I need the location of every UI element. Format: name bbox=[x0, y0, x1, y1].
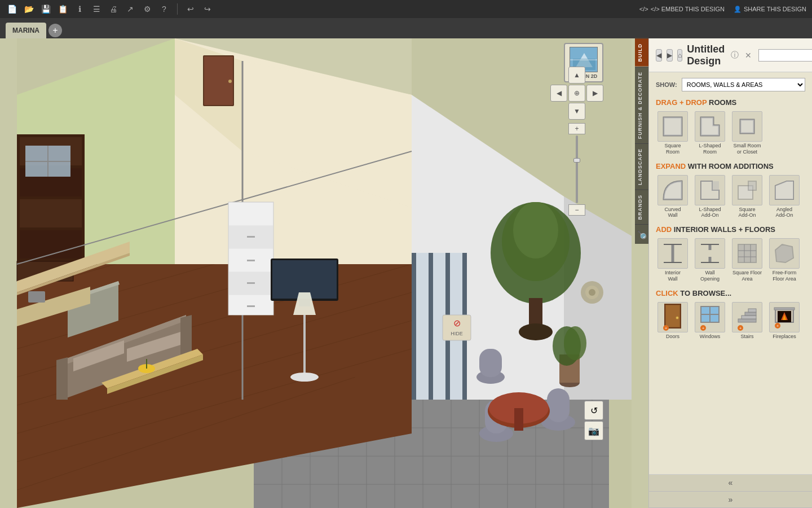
zoom-in-button[interactable]: + bbox=[568, 123, 585, 134]
square-floor-label: Square FloorArea bbox=[732, 270, 762, 282]
navigation-controls: ▲ ◀ ⊕ ▶ ▼ + − bbox=[550, 67, 603, 216]
doors-icon: + bbox=[657, 302, 688, 332]
panel-bottom: « » bbox=[649, 474, 812, 508]
angled-addon-icon bbox=[769, 175, 800, 205]
svg-rect-54 bbox=[247, 260, 255, 261]
info-icon[interactable]: ℹ bbox=[73, 3, 86, 15]
settings-icon[interactable]: ⚙ bbox=[141, 3, 153, 15]
browse-grid: + Doors + bbox=[656, 302, 805, 340]
embed-button[interactable]: </> </> EMBED THIS DESIGN bbox=[639, 6, 725, 12]
l-shaped-room-label: L-ShapedRoom bbox=[699, 143, 721, 155]
list-icon[interactable]: ☰ bbox=[90, 3, 103, 15]
item-l-shaped-room[interactable]: L-ShapedRoom bbox=[693, 111, 727, 155]
item-freeform-floor[interactable]: Free-FormFloor Area bbox=[767, 238, 801, 282]
panel-close-icon[interactable]: ✕ bbox=[743, 50, 754, 61]
svg-rect-98 bbox=[547, 388, 570, 422]
item-windows[interactable]: + Windows bbox=[693, 302, 727, 340]
zoom-out-button[interactable]: − bbox=[568, 204, 585, 216]
svg-point-143 bbox=[677, 317, 678, 318]
new-file-icon[interactable]: 📄 bbox=[6, 3, 18, 15]
nav-right-button[interactable]: ▶ bbox=[586, 85, 603, 102]
svg-rect-161 bbox=[774, 308, 795, 310]
vtab-search[interactable]: 🔍 bbox=[635, 224, 648, 244]
item-square-addon[interactable]: SquareAdd-On bbox=[730, 175, 764, 219]
tab-label: MARINA bbox=[12, 27, 39, 34]
square-floor-icon bbox=[732, 238, 762, 269]
svg-rect-151 bbox=[738, 319, 756, 322]
svg-marker-122 bbox=[712, 181, 719, 190]
print-icon[interactable]: 🖨 bbox=[107, 3, 120, 15]
square-room-label: SquareRoom bbox=[664, 143, 681, 155]
interior-title: ADD INTERIOR WALLS + FLOORS bbox=[656, 225, 805, 234]
item-stairs[interactable]: + Stairs bbox=[730, 302, 764, 340]
panel-search-input[interactable] bbox=[758, 49, 812, 62]
svg-text:⊘: ⊘ bbox=[453, 318, 461, 328]
item-small-room[interactable]: Small Roomor Closet bbox=[730, 111, 764, 155]
embed-label: </> EMBED THIS DESIGN bbox=[651, 6, 725, 12]
add-tab-button[interactable]: + bbox=[48, 24, 62, 37]
item-doors[interactable]: + Doors bbox=[656, 302, 690, 340]
item-curved-wall[interactable]: CurvedWall bbox=[656, 175, 690, 219]
svg-rect-119 bbox=[740, 120, 754, 133]
item-l-shaped-addon[interactable]: L-ShapedAdd-On bbox=[693, 175, 727, 219]
collapse-down-button[interactable]: » bbox=[649, 492, 812, 509]
item-interior-wall[interactable]: InteriorWall bbox=[656, 238, 690, 282]
zoom-slider-container: + − bbox=[568, 123, 585, 216]
svg-rect-124 bbox=[748, 181, 756, 190]
svg-rect-53 bbox=[247, 236, 255, 238]
zoom-track[interactable] bbox=[576, 135, 578, 203]
save-as-icon[interactable]: 📋 bbox=[56, 3, 69, 15]
item-fireplaces[interactable]: + Fireplaces bbox=[767, 302, 801, 340]
svg-text:+: + bbox=[665, 326, 667, 330]
svg-rect-154 bbox=[748, 309, 756, 312]
l-shaped-addon-icon bbox=[695, 175, 725, 205]
collapse-up-button[interactable]: « bbox=[649, 475, 812, 492]
share-button[interactable]: 👤 SHARE THIS DESIGN bbox=[734, 6, 806, 13]
show-dropdown[interactable]: ROOMS, WALLS & AREAS bbox=[682, 78, 805, 91]
svg-rect-55 bbox=[247, 282, 255, 284]
panel-info-icon[interactable]: ⓘ bbox=[729, 50, 740, 61]
panel-back-button[interactable]: ◀ bbox=[656, 49, 662, 62]
open-file-icon[interactable]: 📂 bbox=[23, 3, 35, 15]
share-label: SHARE THIS DESIGN bbox=[744, 6, 806, 12]
toolbar: 📄 📂 💾 📋 ℹ ☰ 🖨 ↗ ⚙ ? ↩ ↪ </> </> EMBED TH… bbox=[0, 0, 812, 18]
save-icon[interactable]: 💾 bbox=[39, 3, 52, 15]
svg-text:+: + bbox=[739, 326, 742, 330]
zoom-thumb[interactable] bbox=[573, 158, 580, 163]
nav-left-button[interactable]: ◀ bbox=[550, 85, 567, 102]
extra-controls: ↺ 📷 bbox=[584, 401, 603, 440]
design-canvas[interactable]: ⊘ HIDE VIEW IN 2D bbox=[0, 38, 648, 508]
export-icon[interactable]: ↗ bbox=[124, 3, 136, 15]
nav-up-button[interactable]: ▲ bbox=[568, 67, 585, 84]
help-icon[interactable]: ? bbox=[158, 3, 170, 15]
curved-wall-icon bbox=[657, 175, 688, 205]
undo-icon[interactable]: ↩ bbox=[184, 3, 197, 15]
panel-home-button[interactable]: ⌂ bbox=[677, 49, 682, 62]
wall-opening-icon bbox=[695, 238, 725, 269]
camera-button[interactable]: 📷 bbox=[584, 421, 603, 440]
tabbar: MARINA + bbox=[0, 18, 812, 38]
redo-icon[interactable]: ↪ bbox=[201, 3, 214, 15]
nav-center-button[interactable]: ⊕ bbox=[568, 85, 585, 102]
vtab-landscape[interactable]: LANDSCAPE bbox=[635, 143, 648, 190]
item-wall-opening[interactable]: WallOpening bbox=[693, 238, 727, 282]
panel-forward-button[interactable]: ▶ bbox=[667, 49, 673, 62]
vtab-build[interactable]: BUILD bbox=[635, 38, 648, 67]
svg-point-90 bbox=[519, 323, 553, 340]
nav-down-button[interactable]: ▼ bbox=[568, 103, 585, 120]
svg-rect-64 bbox=[416, 253, 429, 400]
share-icon: 👤 bbox=[734, 6, 742, 13]
wall-opening-label: WallOpening bbox=[700, 270, 720, 282]
marina-tab[interactable]: MARINA bbox=[6, 23, 46, 38]
square-addon-icon bbox=[732, 175, 762, 205]
item-angled-addon[interactable]: AngledAdd-On bbox=[767, 175, 801, 219]
vertical-tabs: BUILD FURNISH & DECORATE LANDSCAPE BRAND… bbox=[635, 38, 648, 244]
rotate-button[interactable]: ↺ bbox=[584, 401, 603, 420]
item-square-floor[interactable]: Square FloorArea bbox=[730, 238, 764, 282]
vtab-brands[interactable]: BRANDS bbox=[635, 190, 648, 225]
item-square-room[interactable]: SquareRoom bbox=[656, 111, 690, 155]
expand-grid: CurvedWall L-ShapedAdd-On bbox=[656, 175, 805, 219]
vtab-furnish[interactable]: FURNISH & DECORATE bbox=[635, 67, 648, 143]
svg-rect-60 bbox=[412, 253, 416, 400]
embed-code-icon: </> bbox=[639, 6, 648, 12]
